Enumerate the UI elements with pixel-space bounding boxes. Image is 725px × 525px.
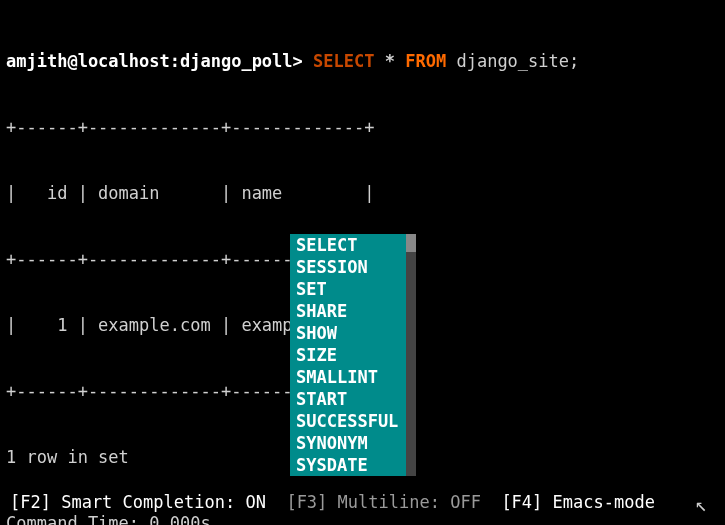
- status-f2-label: [F2] Smart Completion:: [10, 492, 235, 512]
- autocomplete-item[interactable]: SESSION: [294, 256, 400, 278]
- autocomplete-item[interactable]: SUCCESSFUL: [294, 410, 400, 432]
- autocomplete-item[interactable]: SYNONYM: [294, 432, 400, 454]
- cursor-icon: ↖: [695, 493, 707, 515]
- command-time: Command Time: 0.000s: [6, 512, 719, 525]
- status-f3-state: OFF: [450, 492, 481, 512]
- query-target: django_site;: [456, 51, 579, 71]
- autocomplete-scrollbar[interactable]: [406, 234, 416, 476]
- prompt: amjith@localhost:django_poll>: [6, 51, 303, 71]
- kw-select: SELECT: [313, 51, 374, 71]
- autocomplete-item[interactable]: SHARE: [294, 300, 400, 322]
- autocomplete-item[interactable]: SIZE: [294, 344, 400, 366]
- kw-star: *: [385, 51, 395, 71]
- autocomplete-popup[interactable]: SELECTSESSIONSETSHARESHOWSIZESMALLINTSTA…: [290, 234, 416, 476]
- autocomplete-item[interactable]: SYSDATE: [294, 454, 400, 476]
- status-f4-label: [F4] Emacs-mode: [501, 492, 655, 512]
- status-f3-label: [F3] Multiline:: [286, 492, 440, 512]
- autocomplete-scroll-thumb[interactable]: [406, 234, 416, 252]
- autocomplete-item[interactable]: SELECT: [294, 234, 400, 256]
- kw-from: FROM: [405, 51, 446, 71]
- autocomplete-item[interactable]: START: [294, 388, 400, 410]
- autocomplete-item[interactable]: SMALLINT: [294, 366, 400, 388]
- autocomplete-item[interactable]: SHOW: [294, 322, 400, 344]
- autocomplete-item[interactable]: SET: [294, 278, 400, 300]
- autocomplete-list[interactable]: SELECTSESSIONSETSHARESHOWSIZESMALLINTSTA…: [290, 234, 406, 476]
- status-bar: [F2] Smart Completion: ON [F3] Multiline…: [0, 491, 655, 513]
- query-line: amjith@localhost:django_poll> SELECT * F…: [6, 50, 719, 72]
- table-header: | id | domain | name |: [6, 182, 719, 204]
- status-f2-state: ON: [245, 492, 265, 512]
- table-border: +------+-------------+-------------+: [6, 116, 719, 138]
